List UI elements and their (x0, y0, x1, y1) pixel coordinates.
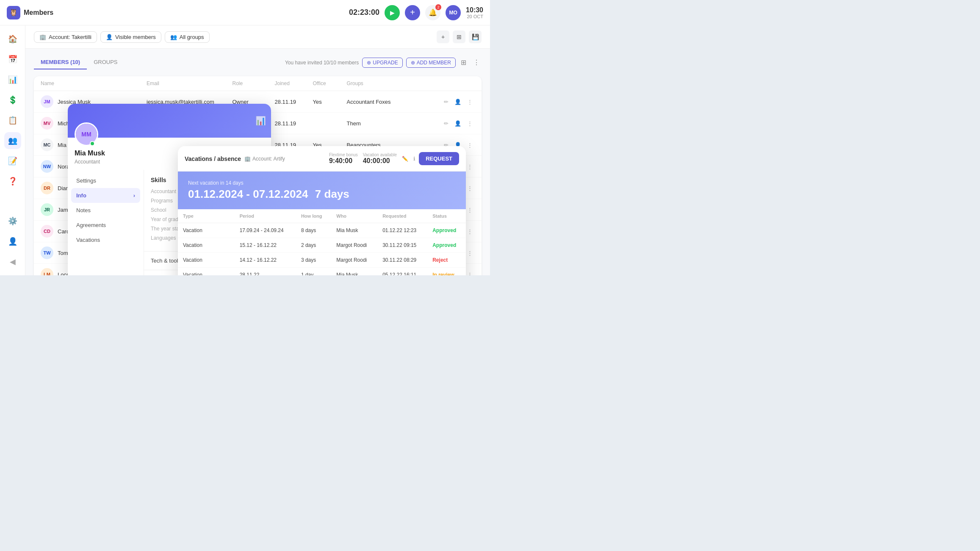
save-view-button[interactable]: 💾 (469, 30, 482, 43)
notifications-button[interactable]: 🔔 2 (425, 5, 440, 20)
vacation-row[interactable]: Vacation 14.12 - 16.12.22 3 days Margot … (178, 253, 466, 268)
banner-dates: 01.12.2024 - 07.12.2024 (188, 188, 308, 200)
more-options-button[interactable]: ⋮ (471, 57, 482, 68)
vac-who: Margot Roodi (331, 238, 377, 253)
edit-member-icon[interactable]: ✏ (441, 118, 451, 128)
vacation-banner: Next vacation in 14 days 01.12.2024 - 07… (178, 172, 466, 209)
panel-header-bg: MM 📊 (68, 104, 271, 138)
vacation-available-value: 40:00:00 (363, 157, 390, 164)
member-avatar: MC (41, 138, 53, 151)
info-icon: ℹ (413, 156, 415, 162)
more-member-icon[interactable]: ⋮ (465, 161, 475, 172)
app-layout: 🏠 📅 📊 💲 📋 👥 📝 ❓ ⚙️ 👤 ◀ 🏢 Account: Takert… (0, 25, 490, 275)
add-filter-button[interactable]: + (437, 30, 449, 43)
vac-col-requested: Requested (377, 209, 427, 223)
app-logo: 🦉 Members (7, 6, 53, 19)
sidebar-item-home[interactable]: 🏠 (4, 30, 21, 47)
chart-icon: 📊 (255, 116, 266, 126)
sidebar-item-profile[interactable]: 👤 (4, 233, 21, 250)
more-member-icon[interactable]: ⋮ (465, 183, 475, 193)
notification-badge: 2 (435, 4, 441, 10)
tab-groups[interactable]: GROUPS (87, 55, 124, 69)
sidebar-item-dollar[interactable]: 💲 (4, 91, 21, 108)
member-avatar: NW (41, 160, 53, 173)
member-office: Yes (313, 99, 347, 105)
panel-sidebar-nav: Settings Info › Notes Agreements Vacatio… (68, 170, 144, 275)
vacation-row[interactable]: Vacation 15.12 - 16.12.22 2 days Margot … (178, 238, 466, 253)
visible-members-label: Visible members (115, 34, 156, 40)
members-area: MEMBERS (10) GROUPS You have invited 10/… (25, 49, 490, 275)
col-role: Role (233, 80, 275, 86)
sidebar-item-calendar[interactable]: 📅 (4, 51, 21, 68)
vacation-available-label: Vacation available (363, 152, 397, 157)
panel-nav-notes[interactable]: Notes (68, 203, 144, 218)
member-joined: 28.11.19 (275, 120, 313, 127)
grid-view-button[interactable]: ⊞ (459, 57, 468, 68)
request-vacation-button[interactable]: REQUEST (419, 152, 459, 165)
more-member-icon[interactable]: ⋮ (465, 97, 475, 107)
add-button[interactable]: + (405, 5, 420, 20)
main-content: 🏢 Account: Takertilli 👤 Visible members … (25, 25, 490, 275)
row-actions: ✏ 👤 ⋮ (432, 97, 475, 107)
vacation-row[interactable]: Vacation 17.09.24 - 24.09.24 8 days Mia … (178, 223, 466, 238)
col-groups: Groups (347, 80, 433, 86)
tab-members[interactable]: MEMBERS (10) (34, 55, 87, 69)
more-member-icon[interactable]: ⋮ (465, 248, 475, 258)
panel-nav-settings[interactable]: Settings (68, 173, 144, 188)
vacation-row[interactable]: Vacation 28.11.22 1 day Mia Musk 05.12.2… (178, 268, 466, 276)
edit-member-icon[interactable]: ✏ (441, 97, 451, 107)
more-member-icon[interactable]: ⋮ (465, 118, 475, 128)
vac-how-long: 3 days (296, 253, 331, 268)
vacation-panel: Vacations / absence 🏢 Account: Artify Fl… (178, 146, 466, 275)
invite-count-text: You have invited 10/10 members (285, 60, 359, 66)
panel-nav-agreements[interactable]: Agreements (68, 218, 144, 233)
vac-col-status: Status (427, 209, 466, 223)
account-building-icon: 🏢 (244, 156, 251, 162)
layout-toggle-button[interactable]: ⊞ (453, 30, 465, 43)
all-groups-filter[interactable]: 👥 All groups (165, 31, 210, 43)
play-button[interactable]: ▶ (385, 5, 400, 20)
add-member-button[interactable]: ⊕ ADD MEMBER (406, 58, 456, 68)
sidebar-item-tasks[interactable]: 📝 (4, 152, 21, 169)
manage-member-icon[interactable]: 👤 (453, 118, 463, 128)
account-label: Account: Takertilli (49, 34, 91, 40)
topbar-right: 02:23:00 ▶ + 🔔 2 MO 10:30 20 OCT (349, 5, 483, 20)
edit-icon[interactable]: ✏️ (402, 156, 408, 162)
user-avatar[interactable]: MO (446, 5, 461, 20)
more-member-icon[interactable]: ⋮ (465, 269, 475, 275)
vac-how-long: 8 days (296, 223, 331, 238)
col-office: Office (313, 80, 347, 86)
sidebar-item-chart[interactable]: 📊 (4, 71, 21, 88)
member-avatar: MV (41, 117, 53, 130)
manage-member-icon[interactable]: 👤 (453, 97, 463, 107)
sidebar-item-settings[interactable]: ⚙️ (4, 213, 21, 230)
status-badge: In review (432, 272, 454, 275)
visible-members-filter[interactable]: 👤 Visible members (100, 31, 161, 43)
sidebar-item-members[interactable]: 👥 (4, 132, 21, 149)
more-member-icon[interactable]: ⋮ (465, 140, 475, 150)
upgrade-label: UPGRADE (373, 60, 398, 66)
tabs-row: MEMBERS (10) GROUPS You have invited 10/… (34, 55, 482, 69)
upgrade-button[interactable]: ⊕ UPGRADE (362, 58, 402, 68)
add-member-label: ADD MEMBER (417, 60, 451, 66)
sidebar-item-help[interactable]: ❓ (4, 173, 21, 190)
panel-nav-info[interactable]: Info › (71, 188, 140, 203)
current-date: 20 OCT (466, 14, 483, 19)
vac-requested: 30.11.22 08:29 (377, 253, 427, 268)
account-filter[interactable]: 🏢 Account: Takertilli (34, 31, 97, 43)
sidebar-item-schedule[interactable]: 📋 (4, 112, 21, 129)
flextime-label: Flextime bonus (329, 152, 358, 157)
vac-period: 28.11.22 (235, 268, 296, 276)
vacation-header: Vacations / absence 🏢 Account: Artify Fl… (178, 146, 466, 172)
status-badge: Approved (432, 227, 456, 233)
sidebar-item-sidebar-toggle[interactable]: ◀ (4, 253, 21, 270)
status-badge: Approved (432, 242, 456, 248)
vac-who: Mia Musk (331, 223, 377, 238)
more-member-icon[interactable]: ⋮ (465, 205, 475, 215)
vacation-account: 🏢 Account: Artify (244, 156, 285, 162)
more-member-icon[interactable]: ⋮ (465, 226, 475, 236)
flextime-block: Flextime bonus 9:40:00 (329, 152, 358, 165)
panel-nav-vacations[interactable]: Vacations (68, 233, 144, 247)
member-avatar: JM (41, 95, 53, 108)
subheader: 🏢 Account: Takertilli 👤 Visible members … (25, 25, 490, 49)
